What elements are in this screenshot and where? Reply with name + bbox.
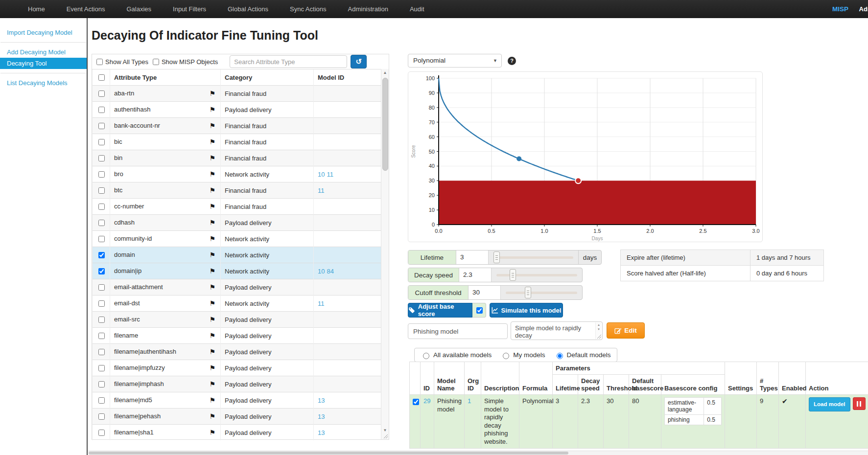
model-filter-option[interactable]: Default models	[554, 351, 611, 359]
lifetime-input[interactable]	[456, 250, 489, 264]
row-checkbox[interactable]	[98, 171, 105, 178]
scrollbar-thumb[interactable]	[382, 78, 388, 171]
attribute-row[interactable]: email-attachment⚑Payload delivery	[93, 279, 383, 296]
attribute-row[interactable]: filename|imphash⚑Payload delivery	[93, 376, 383, 392]
scroll-down-icon[interactable]: ▼	[381, 428, 389, 432]
model-description-textarea[interactable]: Simple model to rapidly decay	[511, 322, 595, 340]
row-checkbox[interactable]	[98, 123, 105, 129]
model-row[interactable]: 29 Phishing model 1 Simple model to rapi…	[410, 395, 868, 449]
attribute-row[interactable]: email-dst⚑Network activity11	[93, 296, 383, 312]
row-checkbox[interactable]	[98, 430, 105, 436]
decay-speed-slider[interactable]	[492, 268, 582, 282]
scroll-up-icon[interactable]: ▲	[381, 70, 389, 75]
cutoff-threshold-slider-handle[interactable]	[525, 287, 531, 298]
navbar-item-administration[interactable]: Administration	[341, 0, 396, 18]
model-id-link[interactable]: 11	[318, 187, 325, 194]
simulate-model-button[interactable]: Simulate this model	[490, 303, 563, 318]
attribute-row[interactable]: bank-account-nr⚑Financial fraud	[93, 118, 383, 134]
attribute-row[interactable]: filename|pehash⚑Payload delivery13	[93, 409, 383, 425]
adjust-base-score-checkbox[interactable]	[476, 307, 483, 314]
attribute-row[interactable]: domain|ip⚑Network activity1084	[93, 263, 383, 279]
resize-grip-icon[interactable]	[383, 434, 388, 439]
row-checkbox[interactable]	[98, 107, 105, 113]
attribute-row[interactable]: filename|authentihash⚑Payload delivery	[93, 344, 383, 360]
cutoff-handle[interactable]	[575, 178, 581, 183]
slider-track[interactable]	[496, 274, 577, 276]
misp-brand-link[interactable]: MISP	[832, 0, 848, 18]
cutoff-threshold-input[interactable]	[469, 286, 501, 299]
refresh-button[interactable]: ↺	[351, 55, 367, 68]
cutoff-threshold-slider[interactable]	[501, 286, 582, 299]
decay-speed-slider-handle[interactable]	[510, 269, 516, 281]
row-checkbox[interactable]	[98, 236, 105, 242]
attribute-row[interactable]: bic⚑Financial fraud	[93, 134, 383, 150]
row-checkbox[interactable]	[98, 139, 105, 145]
edit-model-button[interactable]: Edit	[607, 322, 645, 339]
user-menu[interactable]: Admin	[859, 0, 868, 18]
row-checkbox[interactable]	[98, 284, 105, 291]
attribute-row[interactable]: domain⚑Network activity	[93, 247, 383, 263]
row-checkbox[interactable]	[98, 300, 105, 307]
model-id-link[interactable]: 84	[327, 268, 333, 275]
model-filter-radio[interactable]	[503, 353, 509, 359]
row-checkbox[interactable]	[98, 317, 105, 323]
current-score-handle[interactable]	[516, 156, 521, 161]
row-checkbox[interactable]	[98, 252, 105, 258]
org-id-link[interactable]: 1	[468, 397, 471, 405]
model-filter-option[interactable]: All available models	[421, 351, 492, 359]
row-checkbox[interactable]	[98, 413, 105, 420]
model-filter-radio[interactable]	[423, 353, 429, 359]
show-all-types-checkbox[interactable]	[96, 59, 103, 65]
formula-select[interactable]: Polynomial ▼	[408, 54, 502, 68]
scroll-down-icon[interactable]: ▼	[596, 328, 602, 331]
row-checkbox[interactable]	[98, 333, 105, 339]
scroll-up-icon[interactable]: ▲	[596, 323, 602, 326]
row-checkbox[interactable]	[98, 397, 105, 404]
navbar-item-input-filters[interactable]: Input Filters	[165, 0, 213, 18]
row-checkbox[interactable]	[98, 381, 105, 387]
lifetime-slider-handle[interactable]	[493, 251, 500, 263]
load-model-button[interactable]: Load model	[809, 397, 850, 411]
navbar-item-event-actions[interactable]: Event Actions	[59, 0, 113, 18]
row-checkbox[interactable]	[98, 155, 105, 161]
horizontal-scrollbar-thumb[interactable]	[89, 452, 568, 455]
slider-track[interactable]	[506, 292, 577, 294]
sidebar-item-list-decaying-models[interactable]: List Decaying Models	[0, 77, 87, 89]
model-id-link[interactable]: 11	[327, 171, 333, 178]
model-id-link[interactable]: 10	[318, 268, 325, 275]
attribute-row[interactable]: filename|md5⚑Payload delivery13	[93, 392, 383, 409]
model-id-link[interactable]: 13	[318, 413, 325, 420]
attribute-row[interactable]: email-src⚑Payload delivery	[93, 312, 383, 328]
sidebar-item-import-decaying-model[interactable]: Import Decaying Model	[0, 27, 87, 38]
model-filter-option[interactable]: My models	[500, 351, 545, 359]
model-id-link[interactable]: 10	[318, 171, 325, 178]
resize-grip-icon[interactable]	[597, 334, 602, 339]
row-checkbox[interactable]	[98, 349, 105, 355]
navbar-item-home[interactable]: Home	[21, 0, 52, 18]
select-all-checkbox[interactable]	[98, 74, 105, 81]
model-id-link[interactable]: 13	[318, 397, 325, 404]
attribute-row[interactable]: bro⚑Network activity1011	[93, 166, 383, 182]
attribute-row[interactable]: cdhash⚑Payload delivery	[93, 215, 383, 231]
attribute-row[interactable]: filename|sha1⚑Payload delivery13	[93, 425, 383, 441]
row-checkbox[interactable]	[98, 220, 105, 226]
navbar-item-audit[interactable]: Audit	[402, 0, 432, 18]
model-name-input[interactable]	[408, 323, 508, 339]
row-checkbox[interactable]	[98, 187, 105, 194]
navbar-item-galaxies[interactable]: Galaxies	[119, 0, 159, 18]
row-checkbox[interactable]	[98, 268, 105, 274]
attribute-row[interactable]: filename|impfuzzy⚑Payload delivery	[93, 360, 383, 376]
navbar-item-sync-actions[interactable]: Sync Actions	[282, 0, 333, 18]
adjust-base-score-button[interactable]: Adjust base score	[408, 303, 472, 318]
search-attribute-input[interactable]	[230, 55, 347, 68]
model-id-link[interactable]: 13	[318, 429, 325, 436]
navbar-item-global-actions[interactable]: Global Actions	[220, 0, 276, 18]
decay-speed-input[interactable]	[459, 268, 492, 282]
sidebar-item-decaying-tool[interactable]: Decaying Tool	[0, 58, 87, 69]
model-filter-radio[interactable]	[557, 353, 563, 359]
attribute-row[interactable]: btc⚑Financial fraud11	[93, 182, 383, 199]
attribute-row[interactable]: cc-number⚑Financial fraud	[93, 199, 383, 215]
model-id-link[interactable]: 11	[318, 300, 325, 307]
row-checkbox[interactable]	[98, 91, 105, 97]
model-id-link[interactable]: 29	[423, 397, 430, 405]
